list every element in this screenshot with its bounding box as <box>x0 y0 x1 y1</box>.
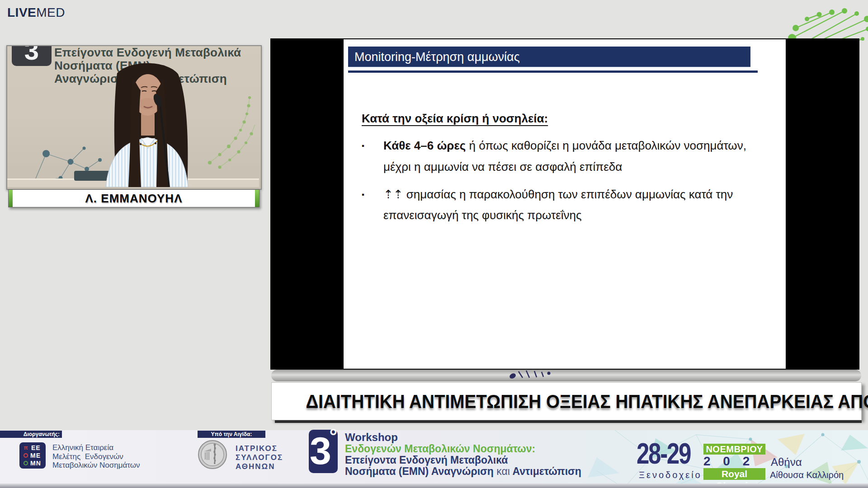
bullet-marker: ▪ <box>362 139 364 153</box>
eemymn-red-ring <box>24 453 28 458</box>
eemymn-green-ring <box>24 461 28 465</box>
slide-bullet-list: ▪ Κάθε 4–6 ώρες ή όπως καθορίζει η μονάδ… <box>362 135 771 232</box>
livemed-logo: LIVEMED <box>7 5 65 20</box>
slide-bullet-2: ▪ ⇡⇡ σημασίας η παρακολούθηση των επιπέδ… <box>362 184 771 226</box>
event-month-chip: ΝΟΕΜΒΡΙΟΥ <box>703 444 765 455</box>
eemymn-pi-glyph: π <box>23 445 29 450</box>
aegis-name-line1: ΙΑΤΡΙΚΟΣ <box>236 444 283 453</box>
aegis-name: ΙΑΤΡΙΚΟΣ ΣΥΛΛΟΓΟΣ ΑΘΗΝΩΝ <box>236 444 283 471</box>
workshop-line4a: Νοσήματα (ΕΜΝ) Αναγνώριση <box>345 465 496 477</box>
organizer-name-line1: Ελληνική Εταιρεία <box>52 443 140 452</box>
nameplate-green-bar-left <box>9 190 13 207</box>
event-footer: Διοργανωτής: πΕΕ ΜΕ ΜΝ Ελληνική Εταιρεία… <box>0 430 868 488</box>
venue-name-chip: Royal Olympic <box>703 468 765 480</box>
banner-bottom-shadow <box>275 420 862 423</box>
divider-bar <box>271 370 861 381</box>
venue-hall: Αίθουσα Καλλιρόη <box>770 470 844 480</box>
livemed-logo-live: LIVE <box>7 5 36 19</box>
aegis-name-line3: ΑΘΗΝΩΝ <box>236 462 283 471</box>
workshop-line4b: και <box>496 465 510 477</box>
livemed-stream-page: LIVEMED 3 Επείγοντα Ενδογενή Μεταβολικά … <box>0 0 868 488</box>
workshop-number: 3 <box>309 429 332 472</box>
aegis-label: Υπό την Αιγίδα: <box>198 431 265 438</box>
lecture-title-banner: ΔΙΑΙΤΗΤΙΚΗ ΑΝΤΙΜΕΤΩΠΙΣΗ ΟΞΕΙΑΣ ΗΠΑΤΙΚΗΣ … <box>271 382 862 420</box>
slide-title-underline <box>348 70 758 73</box>
speaker-video-feed: 3 Επείγοντα Ενδογενή Μεταβολικά Νοσήματα… <box>6 45 262 190</box>
workshop-3-badge: 3 ° <box>309 430 338 473</box>
aegis-name-line2: ΣΥΛΛΟΓΟΣ <box>236 453 283 462</box>
slide-bullet-2-text: ⇡⇡ σημασίας η παρακολούθηση των επιπέδων… <box>383 188 733 222</box>
workshop-title-block: Workshop Ενδογενών Μεταβολικών Νοσημάτων… <box>345 431 581 477</box>
workshop-line2: Ενδογενών Μεταβολικών Νοσημάτων: <box>345 443 581 455</box>
organizer-name-line3: Μεταβολικών Νοσημάτων <box>52 461 140 470</box>
livemed-logo-med: MED <box>36 5 65 19</box>
slide-heading: Κατά την οξεία κρίση ή νοσηλεία: <box>362 112 548 126</box>
speaker-video-content: 3 Επείγοντα Ενδογενή Μεταβολικά Νοσήματα… <box>7 46 261 189</box>
eemymn-logo: πΕΕ ΜΕ ΜΝ <box>19 442 46 469</box>
decorative-notes-icon <box>506 370 556 380</box>
footer-bottom-strip <box>0 483 868 488</box>
event-city: Αθήνα <box>771 456 802 469</box>
workshop-line1: Workshop <box>345 431 581 443</box>
event-dates: 28-29 <box>637 440 690 467</box>
athens-medical-association-logo <box>198 440 227 469</box>
organizer-label: Διοργανωτής: <box>0 431 62 438</box>
slide-title: Monitoring-Μέτρηση αμμωνίας <box>354 50 520 64</box>
eemymn-letters-2: ΜΕ <box>30 452 41 459</box>
workshop-degree: ° <box>329 427 337 445</box>
workshop-line3: Επείγοντα Ενδογενή Μεταβολικά <box>345 455 581 466</box>
organizer-name: Ελληνική Εταιρεία Μελέτης Ενδογενών Μετα… <box>52 443 140 470</box>
speaker-name: Λ. ΕΜΜΑΝΟΥΗΛ <box>13 192 255 206</box>
slide-player: Monitoring-Μέτρηση αμμωνίας Κατά την οξε… <box>270 38 859 370</box>
eemymn-letters-3: ΜΝ <box>30 460 41 467</box>
venue-label: Ξενοδοχείο <box>639 470 702 480</box>
lecture-title: ΔΙΑΙΤΗΤΙΚΗ ΑΝΤΙΜΕΤΩΠΙΣΗ ΟΞΕΙΑΣ ΗΠΑΤΙΚΗΣ … <box>306 390 868 413</box>
speaker-nameplate: Λ. ΕΜΜΑΝΟΥΗΛ <box>8 189 259 207</box>
bullet-marker: ▪ <box>362 188 364 202</box>
slide-title-bar: Monitoring-Μέτρηση αμμωνίας <box>348 47 750 68</box>
slide-bullet-1-bold: Κάθε 4–6 ώρες <box>383 139 466 152</box>
eemymn-letters-1: ΕΕ <box>31 444 41 451</box>
workshop-line4c: Αντιμετώπιση <box>510 465 581 477</box>
workshop-line4: Νοσήματα (ΕΜΝ) Αναγνώριση και Αντιμετώπι… <box>345 466 581 477</box>
speaker-illustration <box>7 46 259 187</box>
nameplate-green-bar-right <box>255 190 259 207</box>
presentation-slide: Monitoring-Μέτρηση αμμωνίας Κατά την οξε… <box>344 39 786 369</box>
organizer-name-line2: Μελέτης Ενδογενών <box>52 452 140 461</box>
slide-bullet-1: ▪ Κάθε 4–6 ώρες ή όπως καθορίζει η μονάδ… <box>362 135 771 178</box>
